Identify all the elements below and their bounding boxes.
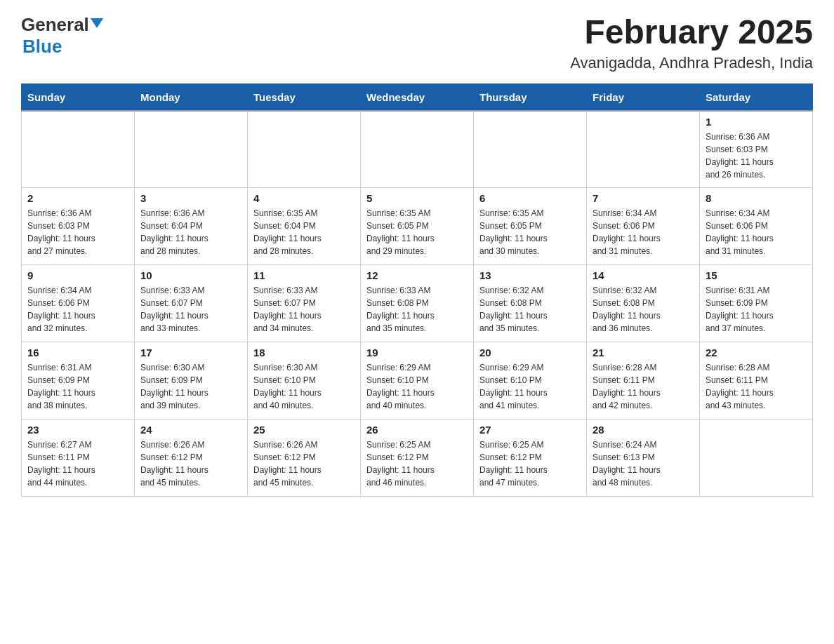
calendar-cell: 3Sunrise: 6:36 AM Sunset: 6:04 PM Daylig… bbox=[135, 188, 248, 265]
calendar-cell: 14Sunrise: 6:32 AM Sunset: 6:08 PM Dayli… bbox=[587, 265, 700, 342]
calendar-week-row: 1Sunrise: 6:36 AM Sunset: 6:03 PM Daylig… bbox=[22, 111, 813, 188]
day-number: 8 bbox=[706, 192, 807, 204]
calendar-cell: 17Sunrise: 6:30 AM Sunset: 6:09 PM Dayli… bbox=[135, 342, 248, 420]
weekday-header-tuesday: Tuesday bbox=[248, 83, 361, 111]
day-number: 1 bbox=[706, 116, 807, 128]
sun-info: Sunrise: 6:36 AM Sunset: 6:03 PM Dayligh… bbox=[27, 207, 128, 257]
calendar-cell: 10Sunrise: 6:33 AM Sunset: 6:07 PM Dayli… bbox=[135, 265, 248, 342]
calendar-cell: 12Sunrise: 6:33 AM Sunset: 6:08 PM Dayli… bbox=[361, 265, 474, 342]
calendar-cell: 18Sunrise: 6:30 AM Sunset: 6:10 PM Dayli… bbox=[248, 342, 361, 420]
sun-info: Sunrise: 6:29 AM Sunset: 6:10 PM Dayligh… bbox=[366, 361, 468, 412]
calendar-cell: 24Sunrise: 6:26 AM Sunset: 6:12 PM Dayli… bbox=[135, 420, 248, 497]
calendar-week-row: 16Sunrise: 6:31 AM Sunset: 6:09 PM Dayli… bbox=[22, 342, 813, 420]
sun-info: Sunrise: 6:34 AM Sunset: 6:06 PM Dayligh… bbox=[27, 284, 128, 335]
calendar-cell bbox=[135, 111, 248, 188]
calendar-cell bbox=[587, 111, 700, 188]
sun-info: Sunrise: 6:28 AM Sunset: 6:11 PM Dayligh… bbox=[706, 361, 807, 412]
sun-info: Sunrise: 6:26 AM Sunset: 6:12 PM Dayligh… bbox=[140, 438, 241, 489]
calendar-cell: 1Sunrise: 6:36 AM Sunset: 6:03 PM Daylig… bbox=[700, 111, 813, 188]
day-number: 15 bbox=[706, 269, 807, 281]
sun-info: Sunrise: 6:34 AM Sunset: 6:06 PM Dayligh… bbox=[593, 207, 694, 257]
calendar-cell: 19Sunrise: 6:29 AM Sunset: 6:10 PM Dayli… bbox=[361, 342, 474, 420]
day-number: 22 bbox=[706, 347, 807, 358]
day-number: 27 bbox=[479, 424, 581, 436]
sun-info: Sunrise: 6:34 AM Sunset: 6:06 PM Dayligh… bbox=[706, 207, 807, 257]
day-number: 20 bbox=[479, 347, 581, 358]
calendar-cell bbox=[361, 111, 474, 188]
sun-info: Sunrise: 6:31 AM Sunset: 6:09 PM Dayligh… bbox=[706, 284, 807, 335]
sun-info: Sunrise: 6:25 AM Sunset: 6:12 PM Dayligh… bbox=[479, 438, 581, 489]
logo-general: General bbox=[21, 14, 89, 36]
sun-info: Sunrise: 6:29 AM Sunset: 6:10 PM Dayligh… bbox=[479, 361, 581, 412]
sun-info: Sunrise: 6:33 AM Sunset: 6:07 PM Dayligh… bbox=[140, 284, 241, 335]
day-number: 5 bbox=[366, 192, 468, 204]
sun-info: Sunrise: 6:26 AM Sunset: 6:12 PM Dayligh… bbox=[253, 438, 355, 489]
calendar-cell bbox=[474, 111, 587, 188]
calendar-cell: 22Sunrise: 6:28 AM Sunset: 6:11 PM Dayli… bbox=[700, 342, 813, 420]
calendar-cell: 15Sunrise: 6:31 AM Sunset: 6:09 PM Dayli… bbox=[700, 265, 813, 342]
calendar-cell: 25Sunrise: 6:26 AM Sunset: 6:12 PM Dayli… bbox=[248, 420, 361, 497]
sun-info: Sunrise: 6:24 AM Sunset: 6:13 PM Dayligh… bbox=[593, 438, 694, 489]
sun-info: Sunrise: 6:32 AM Sunset: 6:08 PM Dayligh… bbox=[479, 284, 581, 335]
month-title: February 2025 bbox=[570, 14, 813, 51]
sun-info: Sunrise: 6:27 AM Sunset: 6:11 PM Dayligh… bbox=[27, 438, 128, 489]
logo: General Blue bbox=[21, 14, 103, 58]
calendar-cell: 13Sunrise: 6:32 AM Sunset: 6:08 PM Dayli… bbox=[474, 265, 587, 342]
sun-info: Sunrise: 6:35 AM Sunset: 6:04 PM Dayligh… bbox=[253, 207, 355, 257]
calendar-cell: 20Sunrise: 6:29 AM Sunset: 6:10 PM Dayli… bbox=[474, 342, 587, 420]
sun-info: Sunrise: 6:32 AM Sunset: 6:08 PM Dayligh… bbox=[593, 284, 694, 335]
calendar-cell: 8Sunrise: 6:34 AM Sunset: 6:06 PM Daylig… bbox=[700, 188, 813, 265]
day-number: 19 bbox=[366, 347, 468, 358]
weekday-header-thursday: Thursday bbox=[474, 83, 587, 111]
calendar-cell: 26Sunrise: 6:25 AM Sunset: 6:12 PM Dayli… bbox=[361, 420, 474, 497]
calendar-cell: 16Sunrise: 6:31 AM Sunset: 6:09 PM Dayli… bbox=[22, 342, 135, 420]
day-number: 13 bbox=[479, 269, 581, 281]
sun-info: Sunrise: 6:30 AM Sunset: 6:10 PM Dayligh… bbox=[253, 361, 355, 412]
calendar-cell: 5Sunrise: 6:35 AM Sunset: 6:05 PM Daylig… bbox=[361, 188, 474, 265]
calendar-cell: 23Sunrise: 6:27 AM Sunset: 6:11 PM Dayli… bbox=[22, 420, 135, 497]
day-number: 26 bbox=[366, 424, 468, 436]
sun-info: Sunrise: 6:33 AM Sunset: 6:07 PM Dayligh… bbox=[253, 284, 355, 335]
day-number: 4 bbox=[253, 192, 355, 204]
day-number: 17 bbox=[140, 347, 241, 358]
calendar-cell: 4Sunrise: 6:35 AM Sunset: 6:04 PM Daylig… bbox=[248, 188, 361, 265]
calendar-table: SundayMondayTuesdayWednesdayThursdayFrid… bbox=[21, 83, 813, 497]
day-number: 24 bbox=[140, 424, 241, 436]
day-number: 10 bbox=[140, 269, 241, 281]
location-title: Avanigadda, Andhra Pradesh, India bbox=[570, 54, 813, 72]
weekday-header-friday: Friday bbox=[587, 83, 700, 111]
page-header: General Blue February 2025 Avanigadda, A… bbox=[21, 14, 813, 72]
calendar-cell: 28Sunrise: 6:24 AM Sunset: 6:13 PM Dayli… bbox=[587, 420, 700, 497]
sun-info: Sunrise: 6:25 AM Sunset: 6:12 PM Dayligh… bbox=[366, 438, 468, 489]
day-number: 21 bbox=[593, 347, 694, 358]
day-number: 18 bbox=[253, 347, 355, 358]
day-number: 16 bbox=[27, 347, 128, 358]
weekday-header-wednesday: Wednesday bbox=[361, 83, 474, 111]
day-number: 9 bbox=[27, 269, 128, 281]
calendar-cell: 6Sunrise: 6:35 AM Sunset: 6:05 PM Daylig… bbox=[474, 188, 587, 265]
logo-blue: Blue bbox=[22, 36, 62, 58]
calendar-cell: 9Sunrise: 6:34 AM Sunset: 6:06 PM Daylig… bbox=[22, 265, 135, 342]
day-number: 7 bbox=[593, 192, 694, 204]
day-number: 23 bbox=[27, 424, 128, 436]
sun-info: Sunrise: 6:33 AM Sunset: 6:08 PM Dayligh… bbox=[366, 284, 468, 335]
day-number: 6 bbox=[479, 192, 581, 204]
calendar-cell bbox=[248, 111, 361, 188]
calendar-cell: 11Sunrise: 6:33 AM Sunset: 6:07 PM Dayli… bbox=[248, 265, 361, 342]
day-number: 2 bbox=[27, 192, 128, 204]
day-number: 12 bbox=[366, 269, 468, 281]
day-number: 11 bbox=[253, 269, 355, 281]
day-number: 14 bbox=[593, 269, 694, 281]
calendar-cell bbox=[700, 420, 813, 497]
calendar-cell: 2Sunrise: 6:36 AM Sunset: 6:03 PM Daylig… bbox=[22, 188, 135, 265]
sun-info: Sunrise: 6:35 AM Sunset: 6:05 PM Dayligh… bbox=[479, 207, 581, 257]
calendar-week-row: 2Sunrise: 6:36 AM Sunset: 6:03 PM Daylig… bbox=[22, 188, 813, 265]
day-number: 3 bbox=[140, 192, 241, 204]
sun-info: Sunrise: 6:35 AM Sunset: 6:05 PM Dayligh… bbox=[366, 207, 468, 257]
sun-info: Sunrise: 6:36 AM Sunset: 6:03 PM Dayligh… bbox=[706, 130, 807, 181]
calendar-cell: 21Sunrise: 6:28 AM Sunset: 6:11 PM Dayli… bbox=[587, 342, 700, 420]
day-number: 28 bbox=[593, 424, 694, 436]
calendar-week-row: 23Sunrise: 6:27 AM Sunset: 6:11 PM Dayli… bbox=[22, 420, 813, 497]
calendar-cell: 7Sunrise: 6:34 AM Sunset: 6:06 PM Daylig… bbox=[587, 188, 700, 265]
sun-info: Sunrise: 6:36 AM Sunset: 6:04 PM Dayligh… bbox=[140, 207, 241, 257]
